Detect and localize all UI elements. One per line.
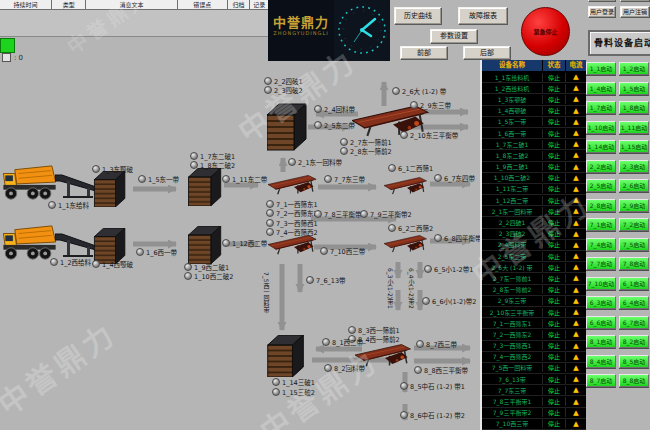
alarm-triangle-icon: ▲ xyxy=(566,129,586,137)
status-value: 停止 xyxy=(543,296,566,305)
alarm-col-message: 消息文本 xyxy=(86,0,177,9)
table-row: 2_4回料带停止▲ xyxy=(482,240,586,251)
table-row: 1_3东颚破停止▲ xyxy=(482,94,586,105)
table-row: 7_2一西筛东2停止▲ xyxy=(482,329,586,340)
start-button[interactable]: 8_5启动 xyxy=(619,355,649,368)
table-row: 7_5西一回料带停止▲ xyxy=(482,363,586,374)
table-row: 7_9三平衡带2停止▲ xyxy=(482,408,586,419)
start-button[interactable]: 2_5启动 xyxy=(586,179,616,192)
start-button[interactable]: 8_2启动 xyxy=(619,335,649,348)
screen-machine xyxy=(268,235,316,254)
equipment-col-status: 状态 xyxy=(543,60,566,71)
start-button[interactable]: 7_8启动 xyxy=(619,257,649,270)
start-button[interactable]: 2_3启动 xyxy=(619,160,649,173)
status-value: 停止 xyxy=(543,218,566,227)
alarm-triangle-icon: ▲ xyxy=(566,196,586,204)
dump-truck xyxy=(3,166,55,199)
table-row: 2_9东三带停止▲ xyxy=(482,296,586,307)
status-value: 停止 xyxy=(543,184,566,193)
start-button[interactable]: 6_4启动 xyxy=(619,296,649,309)
alarm-triangle-icon: ▲ xyxy=(566,297,586,305)
start-button[interactable]: 2_6启动 xyxy=(619,179,649,192)
start-button[interactable]: 1_1启动 xyxy=(586,62,616,75)
start-button[interactable]: 8_8启动 xyxy=(619,374,649,387)
table-row: 1_6西一带停止▲ xyxy=(482,128,586,139)
start-button[interactable]: 7_10启动 xyxy=(586,277,616,290)
start-button[interactable]: 8_1启动 xyxy=(586,335,616,348)
start-button[interactable]: 1_7启动 xyxy=(586,101,616,114)
history-curve-button[interactable]: 历史曲线 xyxy=(394,7,442,25)
status-value: 停止 xyxy=(543,274,566,283)
table-row: 1_4西颚破停止▲ xyxy=(482,106,586,117)
start-button[interactable]: 7_4启动 xyxy=(586,238,616,251)
status-value: 停止 xyxy=(543,375,566,384)
param-settings-button[interactable]: 参数设置 xyxy=(430,29,478,44)
table-row: 7_3一西筛西1停止▲ xyxy=(482,341,586,352)
start-button[interactable]: 8_7启动 xyxy=(586,374,616,387)
rear-section-button[interactable]: 后部 xyxy=(463,46,511,60)
status-value: 停止 xyxy=(543,162,566,171)
start-button[interactable]: 1_4启动 xyxy=(586,82,616,95)
start-button[interactable]: 6_1启动 xyxy=(619,277,649,290)
equipment-name: 7_3一西筛西1 xyxy=(482,341,543,350)
fault-report-button[interactable]: 故障报表 xyxy=(458,7,508,25)
start-button[interactable]: 1_5启动 xyxy=(619,82,649,95)
alarm-count: : 0 xyxy=(14,54,23,62)
start-button[interactable]: 7_7启动 xyxy=(586,257,616,270)
status-value: 停止 xyxy=(543,363,566,372)
equipment-col-name: 设备名称 xyxy=(482,60,543,71)
front-section-button[interactable]: 前部 xyxy=(400,46,448,60)
equipment-table-header: 设备名称 状态 电流 xyxy=(482,60,586,72)
equipment-name: 1_10西二破2 xyxy=(482,173,543,182)
clipped-button[interactable] xyxy=(588,0,616,2)
equipment-name: 1_9西二破1 xyxy=(482,162,543,171)
start-button[interactable]: 1_10启动 xyxy=(586,121,616,134)
alarm-triangle-icon: ▲ xyxy=(566,163,586,171)
start-button[interactable]: 2_9启动 xyxy=(619,199,649,212)
alarm-triangle-icon: ▲ xyxy=(566,84,586,92)
start-button[interactable]: 6_7启动 xyxy=(619,316,649,329)
dump-truck xyxy=(3,226,55,259)
alarm-triangle-icon: ▲ xyxy=(566,219,586,227)
alarm-triangle-icon: ▲ xyxy=(566,73,586,81)
table-row: 1_7东二破1停止▲ xyxy=(482,139,586,150)
start-button[interactable]: 7_1启动 xyxy=(586,218,616,231)
alarm-triangle-icon: ▲ xyxy=(566,207,586,215)
equipment-name: 1_6西一带 xyxy=(482,129,543,138)
status-value: 停止 xyxy=(543,73,566,82)
equipment-name: 2_1东一回料带 xyxy=(482,207,543,216)
table-row: 1_10西二破2停止▲ xyxy=(482,173,586,184)
status-value: 停止 xyxy=(543,330,566,339)
status-value: 停止 xyxy=(543,229,566,238)
start-button[interactable]: 1_11启动 xyxy=(619,121,649,134)
emergency-stop-button[interactable]: 紧急停止 xyxy=(521,7,570,56)
equipment-name: 1_4西颚破 xyxy=(482,106,543,115)
clipped-button[interactable] xyxy=(620,0,650,2)
start-button[interactable]: 1_14启动 xyxy=(586,140,616,153)
start-button[interactable]: 6_6启动 xyxy=(586,316,616,329)
equipment-name: 7_10西三带 xyxy=(482,419,543,428)
clock-face-icon xyxy=(334,0,390,61)
equipment-name: 7_8三平衡带1 xyxy=(482,397,543,406)
start-button[interactable]: 7_5启动 xyxy=(619,238,649,251)
alarm-triangle-icon: ▲ xyxy=(566,409,586,417)
start-button[interactable]: 7_2启动 xyxy=(619,218,649,231)
equipment-name: 2_9东三带 xyxy=(482,296,543,305)
alarm-triangle-icon: ▲ xyxy=(566,241,586,249)
user-login-button[interactable]: 用户登录 xyxy=(588,6,616,18)
start-button[interactable]: 1_8启动 xyxy=(619,101,649,114)
table-row: 2_6大 (1-2) 带停止▲ xyxy=(482,262,586,273)
start-button[interactable]: 6_3启动 xyxy=(586,296,616,309)
alarm-triangle-icon: ▲ xyxy=(566,118,586,126)
crusher-box xyxy=(94,171,125,207)
start-button[interactable]: 8_4启动 xyxy=(586,355,616,368)
start-button[interactable]: 1_15启动 xyxy=(619,140,649,153)
equipment-name: 7_7东三带 xyxy=(482,386,543,395)
start-button[interactable]: 2_2启动 xyxy=(586,160,616,173)
start-button[interactable]: 2_8启动 xyxy=(586,199,616,212)
alarm-triangle-icon: ▲ xyxy=(566,95,586,103)
user-logout-button[interactable]: 用户注销 xyxy=(620,6,650,18)
status-value: 停止 xyxy=(543,319,566,328)
screen-machine xyxy=(352,106,428,136)
start-button[interactable]: 1_2启动 xyxy=(619,62,649,75)
